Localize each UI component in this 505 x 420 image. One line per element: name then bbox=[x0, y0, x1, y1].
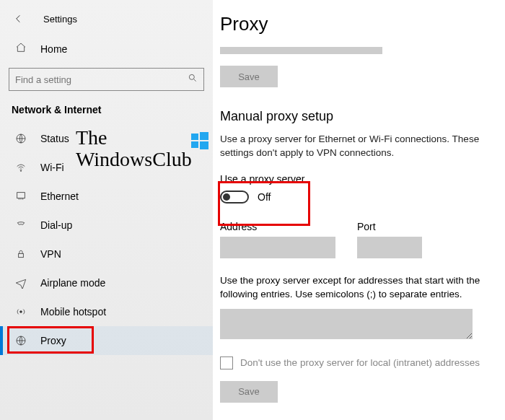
search-icon bbox=[188, 73, 198, 86]
local-bypass-checkbox[interactable] bbox=[220, 356, 233, 369]
section-description: Use a proxy server for Ethernet or Wi-Fi… bbox=[220, 133, 494, 160]
disabled-field bbox=[220, 47, 382, 54]
toggle-state: Off bbox=[258, 191, 271, 203]
sidebar-item-label: Airplane mode bbox=[40, 277, 105, 289]
wifi-icon bbox=[14, 162, 27, 173]
main-panel: Proxy Save Manual proxy setup Use a prox… bbox=[213, 0, 505, 420]
sidebar-item-wifi[interactable]: Wi-Fi bbox=[0, 153, 213, 182]
save-button-bottom[interactable]: Save bbox=[220, 381, 278, 403]
sidebar-item-label: Mobile hotspot bbox=[40, 306, 106, 318]
sidebar-item-vpn[interactable]: VPN bbox=[0, 240, 213, 268]
sidebar-item-label: VPN bbox=[40, 248, 61, 260]
svg-point-2 bbox=[20, 170, 21, 171]
exceptions-description: Use the proxy server except for addresse… bbox=[220, 274, 487, 302]
save-button-top[interactable]: Save bbox=[220, 66, 278, 87]
toggle-knob bbox=[223, 193, 230, 201]
port-input[interactable] bbox=[357, 237, 422, 258]
page-title: Proxy bbox=[220, 13, 505, 35]
address-input[interactable] bbox=[220, 237, 335, 258]
exceptions-input[interactable] bbox=[220, 309, 473, 339]
ethernet-icon bbox=[14, 191, 27, 202]
window-title: Settings bbox=[43, 14, 77, 25]
category-heading: Network & Internet bbox=[0, 101, 213, 124]
sidebar-item-label: Dial-up bbox=[40, 219, 72, 231]
home-icon bbox=[14, 42, 27, 56]
dialup-icon bbox=[14, 219, 27, 231]
sidebar-item-label: Status bbox=[40, 133, 69, 144]
svg-point-5 bbox=[20, 311, 22, 313]
selected-indicator bbox=[0, 326, 3, 355]
section-heading: Manual proxy setup bbox=[220, 109, 505, 124]
svg-point-0 bbox=[189, 74, 194, 79]
svg-rect-4 bbox=[19, 253, 24, 257]
sidebar-item-label: Ethernet bbox=[40, 191, 79, 202]
sidebar-item-airplane[interactable]: Airplane mode bbox=[0, 268, 213, 297]
port-label: Port bbox=[357, 221, 422, 232]
sidebar-item-dialup[interactable]: Dial-up bbox=[0, 211, 213, 240]
search-input[interactable] bbox=[15, 74, 188, 85]
sidebar-item-ethernet[interactable]: Ethernet bbox=[0, 182, 213, 211]
arrow-left-icon bbox=[13, 13, 25, 25]
sidebar-item-label: Proxy bbox=[40, 335, 66, 346]
vpn-icon bbox=[14, 248, 27, 260]
status-icon bbox=[14, 133, 27, 144]
sidebar-item-status[interactable]: Status bbox=[0, 124, 213, 153]
back-button[interactable] bbox=[9, 9, 29, 29]
toggle-label: Use a proxy server bbox=[220, 173, 505, 185]
sidebar: Settings Home Network & Internet Status … bbox=[0, 0, 213, 420]
address-label: Address bbox=[220, 221, 335, 232]
sidebar-item-label: Home bbox=[40, 43, 67, 55]
proxy-icon bbox=[14, 335, 27, 346]
svg-rect-3 bbox=[17, 193, 25, 198]
search-input-container[interactable] bbox=[9, 68, 204, 91]
airplane-icon bbox=[14, 277, 27, 289]
sidebar-item-hotspot[interactable]: Mobile hotspot bbox=[0, 297, 213, 326]
sidebar-item-home[interactable]: Home bbox=[0, 36, 213, 62]
hotspot-icon bbox=[14, 306, 27, 318]
sidebar-item-label: Wi-Fi bbox=[40, 162, 64, 173]
sidebar-item-proxy[interactable]: Proxy bbox=[0, 326, 213, 355]
local-bypass-label: Don't use the proxy server for local (in… bbox=[240, 357, 480, 368]
proxy-toggle[interactable] bbox=[220, 191, 249, 204]
